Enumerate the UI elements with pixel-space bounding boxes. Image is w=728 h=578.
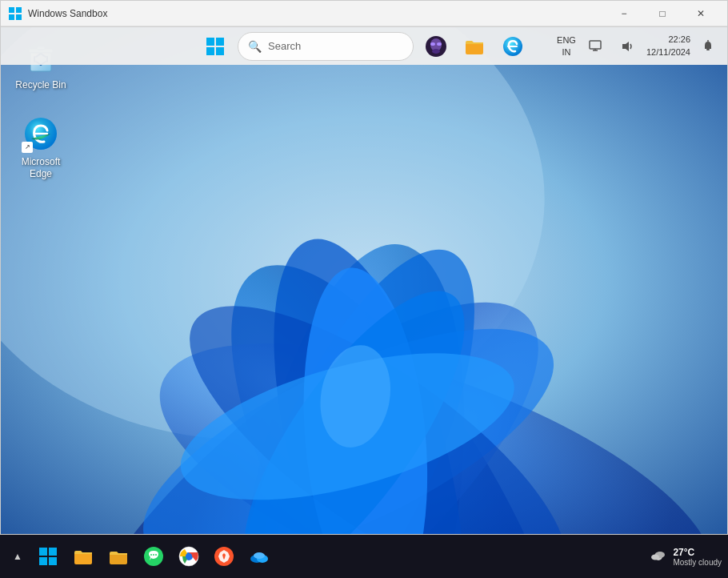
lang-line2: IN xyxy=(557,46,576,58)
svg-rect-25 xyxy=(216,47,224,55)
microsoft-edge-icon[interactable]: ↗ xyxy=(9,111,73,184)
clock-display[interactable]: 22:26 12/11/2024 xyxy=(646,34,690,58)
minimize-button[interactable]: − xyxy=(606,1,642,26)
svg-point-47 xyxy=(153,554,154,556)
clock-date: 12/11/2024 xyxy=(646,46,690,58)
search-bar[interactable]: 🔍 Search xyxy=(238,32,414,61)
svg-point-48 xyxy=(155,554,157,556)
sandbox-window: Windows Sandbox − □ ✕ xyxy=(0,0,728,535)
svg-point-30 xyxy=(432,49,440,54)
host-icon-brave[interactable] xyxy=(208,540,240,572)
volume-icon[interactable] xyxy=(614,34,640,59)
svg-point-29 xyxy=(437,42,442,46)
svg-rect-43 xyxy=(74,552,92,564)
edge-label: Microsoft Edge xyxy=(12,156,70,181)
notification-icon[interactable] xyxy=(697,35,719,58)
svg-point-28 xyxy=(430,42,435,46)
svg-point-55 xyxy=(254,552,265,559)
search-icon: 🔍 xyxy=(248,40,262,53)
host-icon-whatsapp[interactable] xyxy=(138,540,170,572)
edge-image: ↗ xyxy=(22,114,60,153)
lang-line1: ENG xyxy=(557,34,576,46)
weather-temp: 27°C xyxy=(673,547,722,558)
svg-rect-42 xyxy=(49,557,57,565)
maximize-button[interactable]: □ xyxy=(644,1,681,26)
svg-rect-33 xyxy=(590,41,601,49)
shortcut-arrow: ↗ xyxy=(22,142,33,153)
svg-rect-24 xyxy=(206,47,214,55)
clock-time: 22:26 xyxy=(646,34,690,46)
svg-rect-41 xyxy=(39,557,47,565)
svg-point-58 xyxy=(651,555,659,560)
svg-rect-37 xyxy=(706,49,710,50)
host-expand-icon[interactable]: ▲ xyxy=(6,545,29,568)
display-icon[interactable] xyxy=(582,34,608,59)
svg-rect-23 xyxy=(216,38,224,46)
taskbar-center: 🔍 Search xyxy=(199,30,529,62)
svg-rect-1 xyxy=(16,7,22,13)
taskbar-profile-icon[interactable] xyxy=(420,30,452,62)
host-icon-folder[interactable] xyxy=(102,540,134,572)
close-button[interactable]: ✕ xyxy=(682,1,719,26)
svg-rect-39 xyxy=(39,548,47,556)
svg-rect-0 xyxy=(9,7,14,13)
svg-rect-22 xyxy=(206,38,214,46)
start-button[interactable] xyxy=(199,30,231,62)
title-bar-controls: − □ ✕ xyxy=(606,1,719,26)
title-bar-title: Windows Sandbox xyxy=(28,8,606,19)
wallpaper xyxy=(1,26,727,534)
language-indicator[interactable]: ENG IN xyxy=(557,34,576,58)
svg-rect-40 xyxy=(49,548,57,556)
host-icon-onedrive[interactable] xyxy=(243,540,275,572)
weather-widget: 27°C Mostly cloudy xyxy=(649,547,722,567)
svg-rect-44 xyxy=(110,553,127,564)
taskbar-edge-icon[interactable] xyxy=(497,30,529,62)
recycle-bin-label: Recycle Bin xyxy=(15,79,66,92)
weather-icon xyxy=(649,547,668,566)
svg-marker-36 xyxy=(622,42,629,51)
title-bar-icon xyxy=(9,7,22,20)
svg-rect-3 xyxy=(16,14,22,20)
weather-desc: Mostly cloudy xyxy=(673,558,722,567)
weather-info: 27°C Mostly cloudy xyxy=(673,547,722,567)
title-bar: Windows Sandbox − □ ✕ xyxy=(1,1,727,26)
svg-point-46 xyxy=(150,554,152,556)
desktop: Recycle Bin ↗ xyxy=(1,26,727,534)
svg-point-51 xyxy=(186,553,192,560)
svg-rect-31 xyxy=(466,42,483,54)
svg-rect-2 xyxy=(9,14,14,20)
taskbar-file-explorer-icon[interactable] xyxy=(458,30,490,62)
sandbox-taskbar: 🔍 Search xyxy=(1,26,727,65)
host-icon-chrome[interactable] xyxy=(173,540,205,572)
host-icon-start[interactable] xyxy=(32,540,64,572)
search-text: Search xyxy=(268,40,301,52)
host-icon-file-explorer[interactable] xyxy=(67,540,99,572)
host-taskbar: ▲ xyxy=(0,535,728,578)
taskbar-system-tray: ENG IN 22:26 xyxy=(557,34,719,59)
host-taskbar-right: 27°C Mostly cloudy xyxy=(649,547,722,567)
